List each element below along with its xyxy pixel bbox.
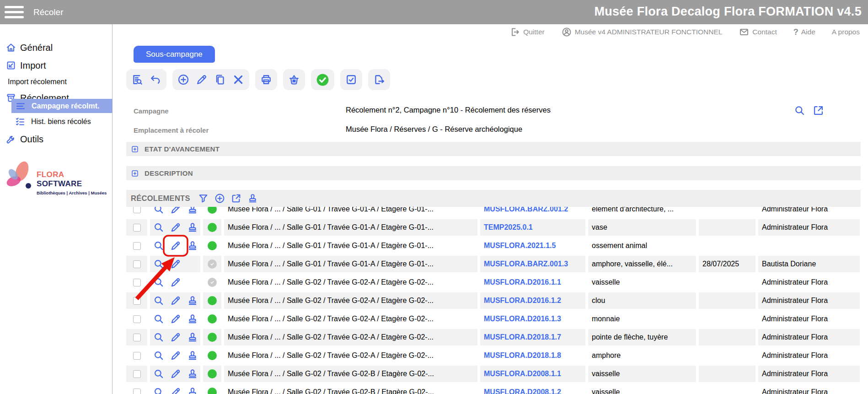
checkbox-checked-icon[interactable] xyxy=(345,73,358,86)
filter-icon[interactable] xyxy=(198,193,209,204)
pencil-icon[interactable] xyxy=(170,258,182,270)
pencil-icon[interactable] xyxy=(170,386,182,394)
pencil-icon[interactable] xyxy=(170,295,182,307)
date-cell xyxy=(699,274,755,291)
status-cell xyxy=(203,292,221,309)
search-icon[interactable] xyxy=(153,258,165,270)
row-checkbox[interactable] xyxy=(133,242,141,250)
copy-icon[interactable] xyxy=(214,73,226,86)
search-icon[interactable] xyxy=(153,331,165,343)
location-cell: Musée Flora / ... / Salle G-02 / Travée … xyxy=(224,329,477,345)
inventory-number-link[interactable]: MUSFLORA.D2008.1.1 xyxy=(484,370,561,378)
printer-icon[interactable] xyxy=(260,73,273,86)
search-icon[interactable] xyxy=(153,207,165,215)
a-propos-link[interactable]: A propos xyxy=(832,28,860,36)
inventory-number-link[interactable]: MUSFLORA.BARZ.001.3 xyxy=(484,260,568,268)
row-checkbox[interactable] xyxy=(133,207,141,213)
sidebar-item-import[interactable]: Import xyxy=(0,57,113,74)
flora-butterfly-logo-graphic xyxy=(4,159,36,195)
search-icon[interactable] xyxy=(153,295,165,307)
inventory-number-link[interactable]: MUSFLORA.D2016.1.1 xyxy=(484,278,561,286)
sidebar-item-import-recolement[interactable]: Import récolement xyxy=(0,76,113,88)
undo-icon[interactable] xyxy=(149,73,162,86)
stamp-icon[interactable] xyxy=(187,350,198,362)
pencil-icon[interactable] xyxy=(195,73,208,86)
aide-link[interactable]: ? Aide xyxy=(793,27,815,37)
pencil-icon[interactable] xyxy=(170,313,182,325)
checkbox-cell xyxy=(126,274,147,291)
row-checkbox[interactable] xyxy=(133,260,141,268)
export-icon[interactable] xyxy=(373,73,386,86)
inventory-number-link[interactable]: TEMP2025.0.1 xyxy=(484,223,533,232)
sidebar-item-hist-biens-recoles[interactable]: Hist. biens récolés xyxy=(0,115,113,129)
contact-link[interactable]: Contact xyxy=(739,27,777,38)
x-icon[interactable] xyxy=(232,73,245,86)
stamp-icon[interactable] xyxy=(187,313,198,325)
row-checkbox[interactable] xyxy=(133,370,141,378)
search-icon[interactable] xyxy=(793,104,806,117)
status-dot-green xyxy=(208,333,217,342)
stamp-icon[interactable] xyxy=(187,386,198,394)
stamp-icon[interactable] xyxy=(187,240,198,252)
search-icon[interactable] xyxy=(153,276,165,288)
row-checkbox[interactable] xyxy=(133,315,141,323)
status-dot-green xyxy=(208,223,217,232)
search-icon[interactable] xyxy=(153,240,165,252)
inventory-number-link[interactable]: MUSFLORA.2021.1.5 xyxy=(484,242,556,250)
section-description[interactable]: DESCRIPTION xyxy=(126,166,861,180)
open-record-icon[interactable] xyxy=(812,104,825,117)
stamp-icon[interactable] xyxy=(187,207,198,215)
list-search-icon[interactable] xyxy=(131,73,144,86)
tab-sous-campagne[interactable]: Sous-campagne xyxy=(134,46,215,63)
row-checkbox[interactable] xyxy=(133,334,141,341)
plus-circle-icon[interactable] xyxy=(177,73,190,86)
search-icon[interactable] xyxy=(153,350,165,362)
plus-circle-icon[interactable] xyxy=(214,193,225,204)
search-icon[interactable] xyxy=(153,313,165,325)
search-icon[interactable] xyxy=(153,386,165,394)
search-icon[interactable] xyxy=(153,368,165,380)
row-checkbox[interactable] xyxy=(133,352,141,360)
table-row: Musée Flora / ... / Salle G-01 / Travée … xyxy=(0,237,868,255)
pencil-icon[interactable] xyxy=(170,207,182,215)
pencil-icon[interactable] xyxy=(170,276,182,288)
sidebar-item-general[interactable]: Général xyxy=(0,39,113,56)
section-etat-avancement[interactable]: ETAT D'AVANCEMENT xyxy=(126,142,861,156)
inventory-number-cell: MUSFLORA.D2016.1.1 xyxy=(480,274,585,291)
quitter-link[interactable]: Quitter xyxy=(509,27,545,38)
pencil-icon[interactable] xyxy=(170,368,182,380)
pencil-icon[interactable] xyxy=(170,350,182,362)
inventory-number-link[interactable]: MUSFLORA.D2016.1.3 xyxy=(484,315,561,323)
inventory-number-link[interactable]: MUSFLORA.D2018.1.8 xyxy=(484,351,561,360)
inventory-number-link[interactable]: MUSFLORA.BARZ.001.2 xyxy=(484,207,568,213)
check-circle-green-icon[interactable] xyxy=(316,73,330,87)
inventory-number-link[interactable]: MUSFLORA.D2016.1.2 xyxy=(484,297,561,305)
search-icon[interactable] xyxy=(153,221,165,233)
current-user[interactable]: Musée v4 ADMINISTRATEUR FONCTIONNEL xyxy=(561,27,723,38)
toolbar-group-checkbox xyxy=(340,69,362,90)
basket-icon[interactable] xyxy=(288,73,300,86)
toolbar-group-print xyxy=(255,69,277,90)
sidebar-item-campagne-recolement-selected[interactable]: Campagne récolmt. xyxy=(11,99,113,113)
row-checkbox[interactable] xyxy=(133,297,141,305)
inventory-number-link[interactable]: MUSFLORA.D2018.1.7 xyxy=(484,333,561,341)
stamp-icon[interactable] xyxy=(247,193,258,204)
stamp-icon[interactable] xyxy=(187,221,198,233)
stamp-icon[interactable] xyxy=(187,295,198,307)
external-link-icon[interactable] xyxy=(230,193,242,204)
inventory-number-link[interactable]: MUSFLORA.D2008.1.2 xyxy=(484,388,561,394)
emplacement-field-value: Musée Flora / Réserves / G - Réserve arc… xyxy=(346,125,522,134)
pencil-icon[interactable] xyxy=(170,221,182,233)
sidebar-item-outils[interactable]: Outils xyxy=(0,131,113,147)
stamp-icon[interactable] xyxy=(187,331,198,343)
row-checkbox[interactable] xyxy=(133,389,141,394)
hamburger-menu-icon[interactable] xyxy=(5,6,24,18)
pencil-icon-highlighted[interactable] xyxy=(170,240,182,252)
table-row: Musée Flora / ... / Salle G-02 / Travée … xyxy=(0,273,868,291)
expand-plus-icon[interactable] xyxy=(131,145,139,153)
stamp-icon[interactable] xyxy=(187,368,198,380)
pencil-icon[interactable] xyxy=(170,331,182,343)
row-checkbox[interactable] xyxy=(133,224,141,232)
row-checkbox[interactable] xyxy=(133,279,141,286)
expand-plus-icon[interactable] xyxy=(131,169,139,178)
